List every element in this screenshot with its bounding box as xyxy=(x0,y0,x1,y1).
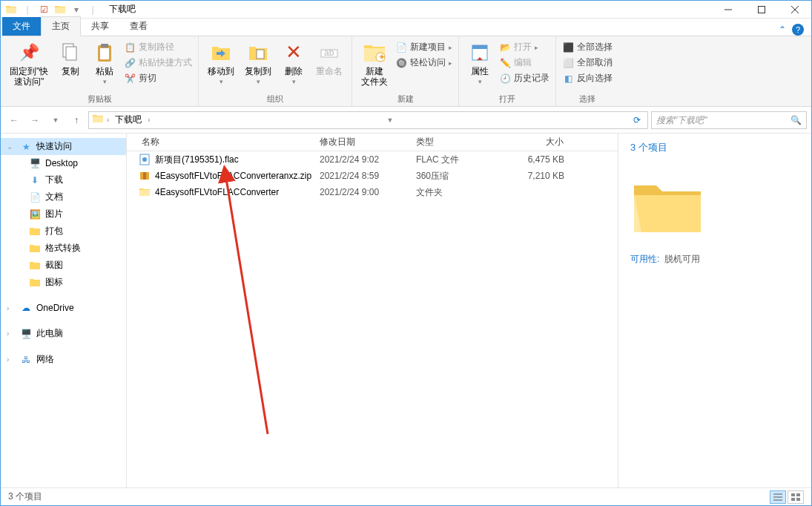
paste-shortcut-button[interactable]: 🔗粘贴快捷方式 xyxy=(124,56,192,69)
maximize-button[interactable] xyxy=(745,1,778,19)
ribbon-group-open: 属性▾ 📂打开 ▸ ✏️编辑 🕘历史记录 打开 xyxy=(459,36,556,106)
address-bar-row: ← → ▼ ↑ › 下载吧 › ▼ ⟳ 🔍 xyxy=(1,107,811,134)
search-input[interactable] xyxy=(656,115,790,125)
folder-icon-large xyxy=(630,177,704,236)
preview-pane: 3 个项目 可用性: 脱机可用 xyxy=(618,134,811,487)
history-button[interactable]: 🕘历史记录 xyxy=(499,72,549,85)
navitem-folder[interactable]: 打包 xyxy=(1,223,126,240)
file-row[interactable]: 4EasysoftFLVtoFLACConverteranxz.zip 2021… xyxy=(127,168,618,184)
status-bar: 3 个项目 xyxy=(1,487,811,505)
annotation-arrow-icon xyxy=(216,163,290,438)
quick-access-toolbar: | ☑ ▾ | xyxy=(1,4,103,16)
svg-rect-26 xyxy=(791,498,795,501)
address-bar[interactable]: › 下载吧 › ▼ ⟳ xyxy=(88,111,648,129)
breadcrumb[interactable]: 下载吧 xyxy=(112,112,145,128)
navitem-desktop[interactable]: 🖥️Desktop xyxy=(1,155,126,171)
refresh-icon[interactable]: ⟳ xyxy=(630,115,644,125)
column-headers: 名称 修改日期 类型 大小 xyxy=(127,134,618,151)
new-folder-button[interactable]: ✦新建 文件夹 xyxy=(358,39,391,89)
navitem-folder[interactable]: 截图 xyxy=(1,257,126,274)
availability-row: 可用性: 脱机可用 xyxy=(630,253,799,266)
explorer-body: ⌄★快速访问 🖥️Desktop ⬇下载 📄文档 🖼️图片 打包 格式转换 截图… xyxy=(1,134,811,487)
copy-button[interactable]: 复制 xyxy=(56,39,85,78)
svg-rect-8 xyxy=(100,48,109,59)
select-all-button[interactable]: ⬛全部选择 xyxy=(562,41,613,53)
delete-button[interactable]: ✕删除▾ xyxy=(279,39,308,88)
navitem-quickaccess[interactable]: ⌄★快速访问 xyxy=(1,138,126,155)
svg-line-20 xyxy=(225,169,268,434)
ribbon-group-clipboard: 📌固定到"快 速访问" 复制 粘贴▾ 📋复制路径 🔗粘贴快捷方式 ✂️剪切 剪贴… xyxy=(1,36,199,106)
search-icon[interactable]: 🔍 xyxy=(790,115,802,125)
svg-rect-9 xyxy=(257,50,264,59)
window-title: 下载吧 xyxy=(103,3,136,16)
navitem-documents[interactable]: 📄文档 xyxy=(1,188,126,206)
folder-icon xyxy=(92,113,104,127)
svg-rect-19 xyxy=(143,172,146,180)
svg-rect-25 xyxy=(796,493,800,496)
invert-selection-button[interactable]: ◧反向选择 xyxy=(562,72,613,85)
qat-checkbox-icon[interactable]: ☑ xyxy=(38,4,50,16)
search-box[interactable]: 🔍 xyxy=(651,111,807,129)
chevron-right-icon[interactable]: › xyxy=(107,116,109,124)
collapse-ribbon-icon[interactable]: ⌃ xyxy=(779,24,786,35)
separator-icon: | xyxy=(87,4,99,16)
navitem-network[interactable]: ›🖧网络 xyxy=(1,351,126,368)
details-view-button[interactable] xyxy=(770,490,786,504)
pin-quickaccess-button[interactable]: 📌固定到"快 速访问" xyxy=(7,39,51,89)
col-name[interactable]: 名称 xyxy=(127,136,312,148)
tab-file[interactable]: 文件 xyxy=(2,17,41,36)
tab-home[interactable]: 主页 xyxy=(41,16,81,36)
cut-button[interactable]: ✂️剪切 xyxy=(124,72,192,85)
svg-rect-5 xyxy=(66,47,76,60)
svg-rect-7 xyxy=(101,44,108,47)
navitem-onedrive[interactable]: ›☁OneDrive xyxy=(1,300,126,316)
title-bar: | ☑ ▾ | 下载吧 xyxy=(1,1,811,19)
file-row[interactable]: 新项目(7195351).flac 2021/2/24 9:02FLAC 文件6… xyxy=(127,151,618,168)
tab-share[interactable]: 共享 xyxy=(81,17,119,36)
ribbon-group-organize: 移动到▾ 复制到▾ ✕删除▾ ab重命名 组织 xyxy=(199,36,352,106)
edit-button[interactable]: ✏️编辑 xyxy=(499,56,549,69)
navitem-pictures[interactable]: 🖼️图片 xyxy=(1,206,126,223)
file-list[interactable]: 新项目(7195351).flac 2021/2/24 9:02FLAC 文件6… xyxy=(127,151,618,487)
ribbon-group-select: ⬛全部选择 ⬜全部取消 ◧反向选择 选择 xyxy=(556,36,618,106)
navitem-folder[interactable]: 图标 xyxy=(1,274,126,291)
flac-file-icon xyxy=(139,154,151,165)
col-type[interactable]: 类型 xyxy=(409,136,490,148)
move-to-button[interactable]: 移动到▾ xyxy=(205,39,237,88)
help-icon[interactable]: ? xyxy=(792,24,804,36)
addr-dropdown-icon[interactable]: ▼ xyxy=(383,116,397,124)
copy-to-button[interactable]: 复制到▾ xyxy=(242,39,274,88)
tab-view[interactable]: 查看 xyxy=(119,17,158,36)
icons-view-button[interactable] xyxy=(788,490,804,504)
select-none-button[interactable]: ⬜全部取消 xyxy=(562,56,613,69)
close-button[interactable] xyxy=(778,1,811,19)
navitem-folder[interactable]: 格式转换 xyxy=(1,240,126,257)
open-button[interactable]: 📂打开 ▸ xyxy=(499,41,549,53)
col-size[interactable]: 大小 xyxy=(490,136,572,148)
back-button[interactable]: ← xyxy=(5,111,23,129)
navigation-pane: ⌄★快速访问 🖥️Desktop ⬇下载 📄文档 🖼️图片 打包 格式转换 截图… xyxy=(1,134,127,487)
chevron-right-icon[interactable]: › xyxy=(148,116,150,124)
status-text: 3 个项目 xyxy=(8,490,42,503)
rename-button[interactable]: ab重命名 xyxy=(313,39,346,78)
minimize-button[interactable] xyxy=(711,1,745,19)
paste-button[interactable]: 粘贴▾ xyxy=(90,39,119,88)
file-list-pane: 名称 修改日期 类型 大小 新项目(7195351).flac 2021/2/2… xyxy=(127,134,618,487)
ribbon: 📌固定到"快 速访问" 复制 粘贴▾ 📋复制路径 🔗粘贴快捷方式 ✂️剪切 剪贴… xyxy=(1,36,811,107)
file-row[interactable]: 4EasysoftFLVtoFLACConverter 2021/2/24 9:… xyxy=(127,184,618,200)
copy-path-button[interactable]: 📋复制路径 xyxy=(124,41,192,53)
folder-icon xyxy=(5,4,17,16)
navitem-thispc[interactable]: ›🖥️此电脑 xyxy=(1,325,126,342)
easy-access-button[interactable]: 🔘轻松访问 ▸ xyxy=(395,56,452,69)
new-item-button[interactable]: 📄新建项目 ▸ xyxy=(395,41,452,53)
up-button[interactable]: ↑ xyxy=(67,111,85,129)
forward-button[interactable]: → xyxy=(26,111,44,129)
col-date[interactable]: 修改日期 xyxy=(312,136,409,148)
svg-point-17 xyxy=(142,157,147,162)
properties-button[interactable]: 属性▾ xyxy=(465,39,495,88)
recent-dropdown[interactable]: ▼ xyxy=(47,111,65,129)
svg-rect-15 xyxy=(472,45,487,49)
svg-rect-24 xyxy=(791,493,795,496)
navitem-downloads[interactable]: ⬇下载 xyxy=(1,171,126,188)
qat-dropdown-icon[interactable]: ▾ xyxy=(70,4,82,16)
